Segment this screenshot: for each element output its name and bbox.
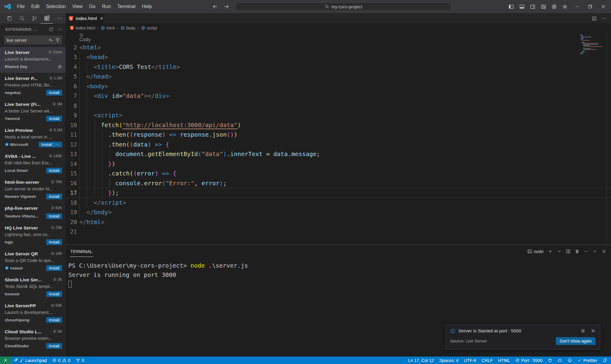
code-line[interactable]: Cody (66, 33, 611, 43)
status-language-mode[interactable]: HTML (496, 357, 513, 364)
notification-settings-icon[interactable] (581, 328, 585, 333)
activity-item-more-views[interactable] (53, 13, 66, 24)
status-extension-robot[interactable] (555, 357, 565, 364)
customize-layout-icon[interactable] (541, 4, 546, 9)
menu-run[interactable]: Run (99, 0, 114, 13)
extension-list-item[interactable]: XVBA - Live ...143KEdit VBA files from E… (0, 151, 66, 177)
extension-list-item[interactable]: Live Server21msLaunch a development...Ri… (0, 47, 66, 73)
breadcrumb-item[interactable]: html (101, 26, 115, 30)
codelens-label[interactable]: Cody (79, 37, 91, 42)
code-line[interactable]: 12 .then((data) => { (66, 140, 611, 149)
account-icon[interactable] (552, 4, 557, 9)
code-line[interactable]: 9 <script> (66, 110, 611, 120)
menu-file[interactable]: File (14, 0, 28, 13)
code-line[interactable]: 11 .then((response) => response.json()) (66, 130, 611, 140)
filter-extensions-icon[interactable] (55, 38, 60, 42)
code-editor[interactable]: Cody2<html>3 <head>4 <title>CORS Test</t… (66, 32, 611, 245)
minimap[interactable] (580, 35, 606, 55)
status-forwarded-ports[interactable]: 0 (73, 357, 87, 364)
extension-list-item[interactable]: HQ Live Server23KLightning fast, zero co… (0, 222, 66, 248)
terminal-output[interactable]: PS C:\Users\User\my-cors-project> node .… (66, 257, 611, 289)
terminal-more-actions-icon[interactable] (584, 249, 588, 254)
toggle-panel-icon[interactable] (519, 4, 524, 9)
restore-icon[interactable] (588, 4, 593, 9)
command-center-search[interactable]: my-cors-project (236, 2, 451, 11)
status-end-of-line[interactable]: CRLF (479, 357, 496, 364)
chevron-down-icon[interactable] (56, 143, 59, 146)
install-button[interactable]: Install (46, 168, 62, 173)
install-button[interactable]: Install (46, 239, 62, 245)
close-window-icon[interactable] (601, 4, 606, 9)
activity-item-source-control[interactable] (28, 13, 41, 24)
code-line[interactable]: 18 </script> (66, 198, 611, 208)
code-line[interactable]: 8 (66, 101, 611, 111)
dont-show-again-button[interactable]: Don't show again (556, 337, 595, 345)
status-launchpad[interactable]: Launchpad (11, 357, 50, 364)
menu-selection[interactable]: Selection (43, 0, 69, 13)
refresh-extensions-icon[interactable] (49, 27, 53, 32)
menu-terminal[interactable]: Terminal (114, 0, 138, 13)
extension-search-input[interactable]: live server (4, 36, 62, 44)
status-notifications-bell[interactable] (600, 357, 610, 364)
code-line[interactable]: 7 <div id="data"></div> (66, 91, 611, 101)
toggle-primary-sidebar-icon[interactable] (509, 4, 514, 9)
install-button[interactable]: Install (46, 213, 62, 219)
status-problems[interactable]: 00 (50, 357, 73, 364)
toggle-secondary-sidebar-icon[interactable] (530, 4, 535, 9)
install-button[interactable]: Install (46, 343, 62, 349)
status-indentation[interactable]: Spaces: 4 (436, 357, 461, 364)
tab-terminal[interactable]: TERMINAL (70, 246, 93, 257)
terminal-profile-dropdown-icon[interactable] (557, 249, 561, 254)
tab-index-html[interactable]: 5 index.html ✕ (66, 13, 104, 24)
code-line[interactable]: 15 .catch((error) => { (66, 169, 611, 178)
status-cody[interactable] (565, 357, 575, 364)
extension-list-item[interactable]: html-live-server70KLive server to render… (0, 177, 66, 203)
clear-extension-search-icon[interactable] (49, 38, 53, 42)
install-button[interactable]: Install (46, 291, 62, 297)
new-terminal-icon[interactable] (548, 249, 553, 254)
install-button[interactable]: Install (39, 142, 62, 147)
settings-gear-icon[interactable] (562, 4, 567, 9)
status-remote-indicator[interactable] (0, 357, 11, 364)
code-line[interactable]: 16 console.error("Error:", error); (66, 178, 611, 188)
tab-close-icon[interactable]: ✕ (100, 16, 104, 21)
extension-list-item[interactable]: php-live-server62KTeodoro VIllanu...Inst… (0, 203, 66, 222)
install-button[interactable]: Install (46, 317, 62, 323)
code-line[interactable]: 13 document.getElementById("data").inner… (66, 149, 611, 159)
kill-terminal-icon[interactable] (575, 249, 579, 254)
menu-go[interactable]: Go (86, 0, 99, 13)
status-encoding[interactable]: UTF-8 (461, 357, 479, 364)
minimize-icon[interactable] (575, 4, 579, 9)
editor-more-actions-icon[interactable] (601, 16, 606, 21)
split-terminal-icon[interactable] (566, 249, 570, 254)
extensions-more-icon[interactable] (58, 27, 62, 32)
extension-list-item[interactable]: Live ServerPP53KLaunch a development...z… (0, 300, 66, 326)
close-panel-icon[interactable] (602, 249, 606, 254)
breadcrumb-item[interactable]: body (121, 26, 135, 30)
install-button[interactable]: Install (46, 265, 62, 271)
extension-list-item[interactable]: Live Server P...1.1MPreview your HTML fi… (0, 73, 66, 99)
split-editor-icon[interactable] (592, 16, 597, 21)
maximize-panel-icon[interactable] (593, 249, 597, 254)
install-button[interactable]: Install (46, 194, 62, 199)
extension-list-item[interactable]: Slonik Live Ser...2KTests Slonik SQL tem… (0, 274, 66, 300)
extension-list-item[interactable]: Cloud Studio L...2KBrowser preview exten… (0, 326, 66, 352)
code-line[interactable]: 2<html> (66, 43, 611, 53)
code-line[interactable]: 17 }); (66, 188, 611, 198)
code-line[interactable]: 19 </body> (66, 207, 611, 217)
breadcrumb-item[interactable]: script (141, 26, 157, 30)
code-line[interactable]: 14 }) (66, 159, 611, 169)
extension-list-item[interactable]: Live Server (Fi...1MA better Live Server… (0, 99, 66, 125)
extension-list-item[interactable]: Live Preview5.2MHosts a local server in … (0, 125, 66, 151)
code-line[interactable]: 10 fetch("http://localhost:3000/api/data… (66, 120, 611, 130)
back-arrow-icon[interactable] (212, 4, 218, 9)
menu-edit[interactable]: Edit (28, 0, 43, 13)
code-line[interactable]: 6 <body> (66, 81, 611, 91)
code-line[interactable]: 3 <head> (66, 52, 611, 62)
menu-help[interactable]: Help (139, 0, 155, 13)
activity-item-search[interactable] (16, 13, 28, 24)
terminal-instance[interactable]: node (527, 249, 544, 254)
activity-item-explorer[interactable] (3, 13, 16, 24)
notification-close-icon[interactable] (591, 328, 595, 333)
breadcrumb-item[interactable]: 5index.html (70, 26, 95, 30)
